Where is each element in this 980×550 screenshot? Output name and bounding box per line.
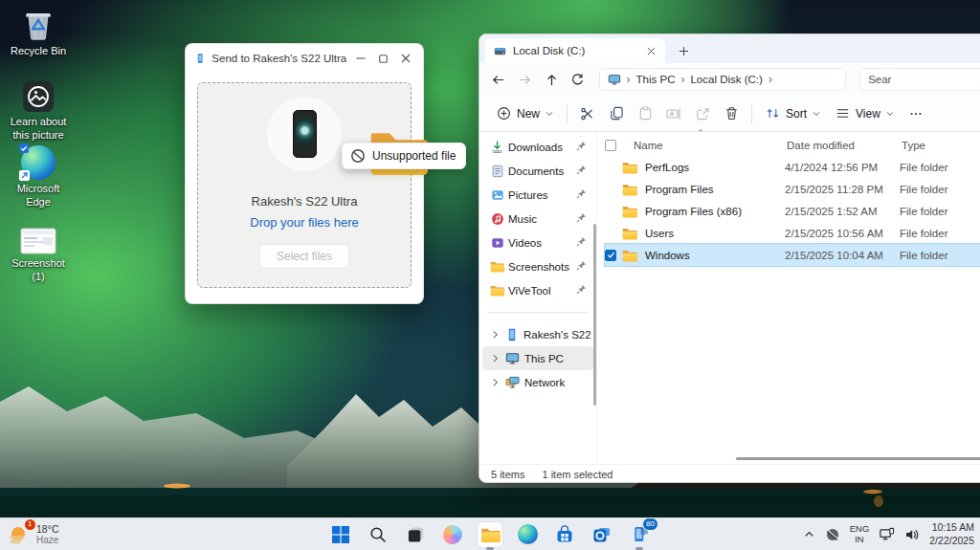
device-name: Rakesh's S22 Ultra [252,194,358,209]
paste-button[interactable] [631,100,659,127]
column-date-modified[interactable]: Date modified [787,140,902,151]
breadcrumb-separator: › [768,73,772,86]
weather-temp: 18°C [36,523,58,535]
maximize-button[interactable] [376,49,391,68]
file-row-users[interactable]: Users 2/15/2025 10:56 AM File folder [605,222,980,244]
column-type[interactable]: Type [902,140,925,151]
breadcrumb-this-pc[interactable]: This PC [636,74,676,85]
volume-icon[interactable] [904,527,920,542]
tab-close-button[interactable] [642,42,659,59]
pin-icon [576,188,587,199]
sidebar-item-downloads[interactable]: Downloads [482,135,593,159]
outlook-button[interactable] [590,522,614,547]
chevron-right-icon[interactable] [490,353,501,363]
microsoft-store-button[interactable] [552,522,577,547]
select-all-checkbox[interactable] [605,140,616,151]
more-options-button[interactable] [902,100,930,127]
back-button[interactable] [487,67,510,92]
store-icon [555,525,574,544]
chevron-right-icon[interactable] [490,329,501,340]
sidebar-item-network[interactable]: Network [482,370,593,394]
file-row-program-files[interactable]: Program Files 2/15/2025 11:28 PM File fo… [605,178,980,200]
file-name: Users [645,228,785,239]
up-button[interactable] [540,67,563,92]
forward-button[interactable] [514,67,537,92]
task-view-icon [407,525,425,543]
sort-button[interactable]: Sort [758,100,828,127]
folder-icon [490,284,504,297]
desktop-icon-learn-about-picture[interactable]: Learn about this picture [2,80,75,143]
copy-button[interactable] [602,100,631,127]
sidebar-item-pictures[interactable]: Pictures [482,183,593,207]
music-icon [491,212,504,226]
phone-device-icon [505,328,519,341]
hidden-icons-chevron[interactable] [803,528,815,540]
chevron-down-icon [886,110,894,118]
dialog-titlebar[interactable]: Send to Rakesh's S22 Ultra [186,44,423,73]
file-name: PerfLogs [645,162,785,173]
desktop-icon-microsoft-edge[interactable]: Microsoft Edge [2,145,75,209]
sidebar-item-screenshots[interactable]: Screenshots [482,254,593,278]
search-button[interactable] [366,522,390,547]
device-avatar [267,97,342,171]
sidebar-item-label: This PC [524,353,593,364]
sidebar-item-phone-device[interactable]: Rakesh's S22 Ult [482,322,593,346]
file-row-windows-selected[interactable]: Windows 2/15/2025 10:04 AM File folder [605,244,980,266]
ellipsis-icon [909,107,923,121]
drop-files-link[interactable]: Drop your files here [250,215,358,230]
screenshot-thumbnail-icon [20,228,56,254]
search-icon [369,526,387,543]
sidebar-item-label: Rakesh's S22 Ult [523,329,593,341]
network-icon[interactable] [879,526,895,542]
weather-condition: Haze [36,535,58,546]
cut-button[interactable] [573,100,602,127]
minimize-button[interactable] [353,49,368,68]
breadcrumb[interactable]: › This PC › Local Disk (C:) › [599,68,847,91]
file-explorer-button[interactable] [478,522,502,547]
tab-title: Local Disk (C:) [513,45,635,56]
weather-widget[interactable]: 1 18°C Haze [0,523,58,546]
explorer-tab[interactable]: Local Disk (C:) [485,38,665,63]
start-button[interactable] [328,522,353,547]
search-input[interactable]: Sear [859,68,980,91]
file-row-perflogs[interactable]: PerfLogs 4/1/2024 12:56 PM File folder [605,156,980,178]
breadcrumb-local-disk[interactable]: Local Disk (C:) [690,74,762,85]
desktop-icon-screenshot-1[interactable]: Screenshot (1) [2,228,75,284]
file-row-program-files-x86[interactable]: Program Files (x86) 2/15/2025 1:52 AM Fi… [605,200,980,222]
phone-link-button[interactable]: 80 [627,522,652,547]
close-button[interactable] [398,49,413,68]
drag-tooltip: Unsupported file [342,143,466,169]
folder-icon [622,161,637,174]
row-checkbox-checked[interactable] [605,250,616,261]
desktop-icon-recycle-bin[interactable]: Recycle Bin [2,6,75,58]
sidebar-divider [487,312,589,313]
chevron-right-icon[interactable] [490,377,501,387]
file-drop-zone[interactable]: Rakesh's S22 Ultra Drop your files here … [197,82,412,288]
share-button[interactable] [688,100,717,127]
sidebar-item-documents[interactable]: Documents [482,159,593,183]
sidebar-item-videos[interactable]: Videos [482,231,593,254]
language-indicator[interactable]: ENG IN [850,524,870,545]
rename-button[interactable] [659,100,688,127]
sidebar-item-vivetool[interactable]: ViVeTool [482,278,593,302]
sidebar-item-this-pc[interactable]: This PC [482,346,593,370]
edge-button[interactable] [515,522,540,547]
folder-icon [490,260,504,273]
copilot-button[interactable] [440,522,465,547]
file-type: File folder [900,184,948,195]
task-view-button[interactable] [403,522,428,547]
clock[interactable]: 10:15 AM 2/22/2025 [929,521,974,546]
pin-icon [576,212,587,223]
horizontal-scrollbar[interactable] [736,457,980,460]
view-button[interactable]: View [828,100,902,127]
new-tab-button[interactable] [675,42,692,59]
delete-button[interactable] [717,100,746,127]
recycle-bin-icon [20,6,56,42]
sidebar-item-music[interactable]: Music [482,207,593,231]
refresh-button[interactable] [567,67,590,92]
breadcrumb-separator: › [627,73,631,86]
select-files-button[interactable]: Select files [259,244,349,269]
column-name[interactable]: Name [634,140,787,151]
new-button[interactable]: New [489,100,561,127]
onedrive-paused-icon[interactable] [825,527,840,542]
